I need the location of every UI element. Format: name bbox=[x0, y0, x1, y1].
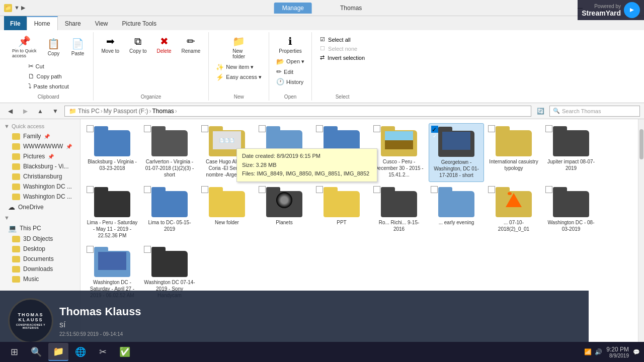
folder-ppt[interactable]: PPT bbox=[314, 184, 369, 242]
folder-jupiter[interactable]: Jupiter impact 08-07-2019 bbox=[543, 123, 599, 182]
taskbar-clock[interactable]: 9:20 PM 8/9/2019 bbox=[606, 346, 629, 358]
properties-button[interactable]: ℹ Properties bbox=[275, 33, 306, 56]
folder-lima[interactable]: Lima - Peru - Saturday - May 11 - 2019 -… bbox=[85, 184, 140, 242]
refresh-button[interactable]: 🔄 bbox=[534, 105, 546, 117]
scroll-thumb[interactable] bbox=[639, 129, 643, 159]
folder-checkbox-20[interactable] bbox=[144, 246, 151, 253]
easy-access-button[interactable]: ⚡ Easy access ▾ bbox=[213, 72, 265, 82]
folder-checkbox-17[interactable] bbox=[488, 186, 495, 193]
sidebar-item-desktop[interactable]: Desktop bbox=[4, 244, 80, 254]
recent-button[interactable]: ▼ bbox=[49, 105, 61, 117]
folder-evening[interactable]: ... early evening bbox=[429, 184, 484, 242]
tab-share[interactable]: Share bbox=[58, 16, 88, 30]
folder-checkbox[interactable] bbox=[87, 125, 94, 132]
notification-icon[interactable]: 💬 bbox=[633, 349, 640, 355]
folder-checkbox-12[interactable] bbox=[201, 186, 208, 193]
paste-shortcut-button[interactable]: ⤵ Paste shortcut bbox=[25, 81, 72, 91]
folder-carlverton[interactable]: Carlverton - Virginia - 01-07-2018 (1)(2… bbox=[142, 123, 197, 182]
select-all-button[interactable]: ☑ Select all bbox=[316, 35, 369, 44]
paste-button[interactable]: 📄 Paste bbox=[67, 36, 89, 58]
select-label: Select bbox=[336, 92, 350, 100]
sidebar-item-downloads[interactable]: Downloads bbox=[4, 264, 80, 274]
sidebar-item-www[interactable]: WWWWWWW 📌 bbox=[4, 141, 80, 151]
sidebar-item-dc2[interactable]: Washington DC ... bbox=[4, 192, 80, 202]
music-icon bbox=[12, 276, 20, 283]
folder-checkbox-15[interactable] bbox=[373, 186, 380, 193]
address-path[interactable]: 📁 This PC › My Passport (F:) › Thomas › bbox=[64, 106, 531, 117]
folder-checkbox-18[interactable] bbox=[545, 186, 552, 193]
delete-button[interactable]: ✖ Delete bbox=[153, 33, 176, 56]
folder-checkbox-9[interactable] bbox=[545, 125, 552, 132]
cut-button[interactable]: ✂ Cut bbox=[25, 61, 72, 71]
tab-file[interactable]: File bbox=[4, 16, 27, 30]
ribbon-tabs: File Home Share View Picture Tools bbox=[0, 16, 644, 30]
folder-checkbox-3[interactable] bbox=[201, 125, 208, 132]
tab-view[interactable]: View bbox=[88, 16, 115, 30]
folder-international[interactable]: International casuistry typology bbox=[486, 123, 541, 182]
select-none-button[interactable]: ☐ Select none bbox=[316, 44, 369, 53]
folder-checkbox-19[interactable] bbox=[87, 246, 94, 253]
folder-icon-intl bbox=[496, 126, 532, 156]
pin-to-quick-button[interactable]: 📌 Pin to Quickaccess bbox=[8, 33, 41, 60]
folder-checkbox-5[interactable] bbox=[316, 125, 323, 132]
file-explorer-button[interactable]: 📁 bbox=[48, 343, 68, 361]
history-button[interactable]: 🕐 History bbox=[273, 77, 307, 86]
folder-checkbox-14[interactable] bbox=[316, 186, 323, 193]
copy-to-button[interactable]: ⧉ Copy to bbox=[125, 34, 150, 56]
check-button[interactable]: ✅ bbox=[115, 343, 135, 361]
sidebar-item-blacksburg[interactable]: Blacksburg - Vi... bbox=[4, 161, 80, 171]
new-folder-button[interactable]: 📁 Newfolder bbox=[228, 33, 250, 61]
network-icon[interactable]: 📶 bbox=[584, 348, 592, 355]
back-button[interactable]: ◀ bbox=[4, 105, 16, 117]
folder-dc-0803[interactable]: Washington DC - 08-03-2019 bbox=[543, 184, 599, 242]
pictures-label: Pictures bbox=[23, 153, 45, 160]
folder-checkbox-16[interactable] bbox=[431, 186, 438, 193]
new-item-button[interactable]: ✨ New item ▾ bbox=[213, 62, 265, 72]
folder-vlc[interactable]: ... 07-10-2018(2)_0_01 bbox=[486, 184, 541, 242]
search-button[interactable]: 🔍 bbox=[26, 343, 46, 361]
move-to-button[interactable]: ➡ Move to bbox=[98, 33, 124, 56]
folder-cusco[interactable]: Cusco - Peru - December 30 - 2015 - 15.4… bbox=[371, 123, 427, 182]
sidebar-item-family[interactable]: Family 📌 bbox=[4, 131, 80, 141]
folder-checkbox-10[interactable] bbox=[87, 186, 94, 193]
sidebar-item-dc1[interactable]: Washington DC ... bbox=[4, 182, 80, 192]
music-label: Music bbox=[23, 276, 39, 283]
sidebar-item-3d[interactable]: 3D Objects bbox=[4, 234, 80, 244]
folder-checkbox-13[interactable] bbox=[259, 186, 266, 193]
start-button[interactable]: ⊞ bbox=[4, 343, 24, 361]
folder-new[interactable]: New folder bbox=[199, 184, 255, 242]
forward-button[interactable]: ▶ bbox=[19, 105, 31, 117]
tab-picture-tools[interactable]: Picture Tools bbox=[115, 16, 164, 30]
volume-icon[interactable]: 🔊 bbox=[595, 348, 602, 355]
open-button[interactable]: 📂 Open ▾ bbox=[273, 57, 307, 66]
folder-icon-vlc bbox=[496, 187, 532, 217]
folder-georgetown[interactable]: ✓ Georgetown - Washington, DC 01-17-2018… bbox=[429, 123, 484, 182]
copy-button[interactable]: 📋 Copy bbox=[43, 36, 65, 58]
folder-checkbox-2[interactable] bbox=[144, 125, 151, 132]
sidebar-item-christiansburg[interactable]: Christiansburg bbox=[4, 171, 80, 182]
sidebar-item-pictures[interactable]: Pictures 📌 bbox=[4, 151, 80, 161]
up-button[interactable]: ▲ bbox=[34, 105, 46, 117]
sidebar-item-thispc[interactable]: 💻 This PC bbox=[0, 223, 80, 234]
folder-checkbox-6[interactable] bbox=[373, 125, 380, 132]
search-box[interactable]: 🔍 Search Thomas bbox=[549, 106, 640, 117]
folder-checkbox-4[interactable] bbox=[259, 125, 266, 132]
folder-planets[interactable]: Planets bbox=[257, 184, 312, 242]
sidebar-item-documents[interactable]: Documents bbox=[4, 254, 80, 264]
sidebar-item-music[interactable]: Music bbox=[4, 274, 80, 284]
tab-home[interactable]: Home bbox=[27, 16, 58, 30]
folder-ro[interactable]: Ro... Richi... 9-15-2016 bbox=[371, 184, 427, 242]
copy-path-button[interactable]: 🗋 Copy path bbox=[25, 71, 72, 81]
edge-button[interactable]: 🌐 bbox=[70, 343, 91, 361]
folder-blacksburg[interactable]: Blacksburg - Virginia - 03-23-2018 bbox=[85, 123, 140, 182]
invert-selection-button[interactable]: ⇄ Invert selection bbox=[316, 53, 369, 62]
folder-checkbox-7[interactable]: ✓ bbox=[431, 126, 438, 133]
folder-lima-dc[interactable]: Lima to DC- 05-15-2019 bbox=[142, 184, 197, 242]
folder-checkbox-8[interactable] bbox=[488, 125, 495, 132]
scissors-button[interactable]: ✂ bbox=[93, 343, 113, 361]
sidebar-item-onedrive[interactable]: ☁ OneDrive bbox=[0, 202, 80, 213]
edit-button[interactable]: ✏ Edit bbox=[273, 67, 307, 76]
right-scrollbar[interactable] bbox=[638, 119, 644, 345]
folder-checkbox-11[interactable] bbox=[144, 186, 151, 193]
rename-button[interactable]: ✏ Rename bbox=[177, 33, 204, 56]
